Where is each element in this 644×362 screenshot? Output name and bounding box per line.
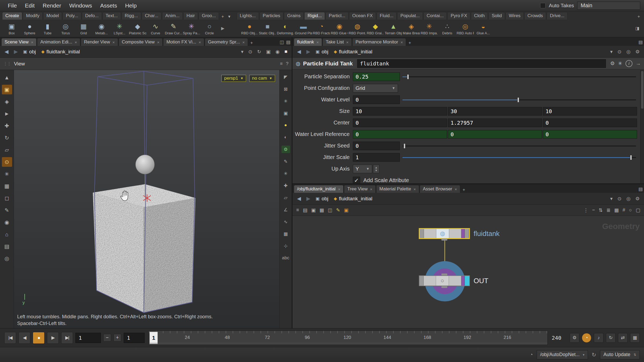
forward-arrow-icon[interactable]: ▶ <box>305 48 312 55</box>
shelf-tab[interactable]: Char... <box>142 12 162 20</box>
shelf-tab[interactable]: Cloth <box>471 12 488 20</box>
shelf-tab[interactable]: Defo... <box>82 12 102 20</box>
path-dropdown-icon[interactable]: ▾ <box>609 48 614 55</box>
layout-dots-icon[interactable]: ⋮ <box>583 207 588 213</box>
global-animation-icon[interactable]: ⇄ <box>618 333 628 343</box>
up-axis-spinner[interactable]: ▲▼ <box>373 165 379 173</box>
tool-make-breakable[interactable]: ◈ Make Break... <box>402 21 420 35</box>
shelf-add-tab-button[interactable]: + <box>219 14 226 20</box>
forward-arrow-icon[interactable]: ▶ <box>12 48 20 55</box>
shelf-tab[interactable]: Particles <box>259 12 283 20</box>
tool-circle[interactable]: ○ Circle <box>200 21 218 35</box>
tool-ground-plane[interactable]: ▬ Ground Pla... <box>294 21 312 35</box>
frame-decrement-button[interactable]: − <box>103 334 111 342</box>
flipbook-icon[interactable]: ▤ <box>2 242 12 251</box>
up-axis-dropdown[interactable]: Y▼ <box>353 165 372 173</box>
pin-icon[interactable]: ⊙ <box>616 48 623 55</box>
close-tab-icon[interactable]: × <box>401 40 403 45</box>
center-y-field[interactable]: 1.27957 <box>448 119 542 127</box>
shelf-tab[interactable]: Ocean FX <box>349 12 376 20</box>
breadcrumb-obj[interactable]: ▣ obj <box>314 48 330 55</box>
shelf-tab[interactable]: Drive... <box>547 12 568 20</box>
node-body-segment[interactable] <box>424 229 436 238</box>
tool-rbd-object[interactable]: ● RBD Obj... <box>240 21 258 35</box>
realtime-toggle-icon[interactable]: ◔ <box>582 333 591 343</box>
wrench-icon[interactable]: ⊹ <box>281 242 290 250</box>
collapse-icon[interactable]: − <box>592 207 595 213</box>
add-scale-attribute-checkbox[interactable]: ✓ <box>353 177 360 183</box>
menu-item[interactable]: Render <box>39 1 65 10</box>
pane-tab[interactable]: Tree View × <box>344 185 375 193</box>
scrollbar-thumb[interactable] <box>641 71 643 109</box>
reference-plane-icon[interactable]: ✳ <box>281 97 290 105</box>
close-tab-icon[interactable]: × <box>414 187 416 191</box>
pin-icon[interactable]: ⊙ <box>616 195 623 202</box>
recook-icon[interactable]: ↻ <box>592 352 596 358</box>
autodopnet-selector[interactable]: /obj/AutoDopNet... ▾ <box>537 350 588 359</box>
pane-tab[interactable]: Performance Monitor × <box>352 38 406 46</box>
pane-menu-icon[interactable]: ▤ <box>286 39 290 45</box>
viewport-3d[interactable]: persp1 ▼ no cam ▼ y <box>14 70 279 328</box>
size-y-field[interactable]: 30 <box>448 107 542 116</box>
align-lines-icon[interactable]: ≣ <box>606 207 610 213</box>
material-shading-icon[interactable]: ◐ <box>281 134 290 141</box>
shelf-tools-menu-icon[interactable]: ◨ <box>634 25 641 31</box>
select-geometry-icon[interactable]: ◈ <box>2 97 12 106</box>
params-scrollbar[interactable] <box>640 70 644 183</box>
node-flag-segment[interactable] <box>420 229 424 238</box>
auto-takes-checkbox[interactable] <box>540 3 546 8</box>
tool-lsystem[interactable]: ✳ LSyst... <box>111 21 129 35</box>
node-fluidtank[interactable]: ◍ fluidtank <box>419 228 500 239</box>
shelf-tab[interactable]: Pyro FX <box>447 12 470 20</box>
close-tab-icon[interactable]: × <box>31 40 33 45</box>
tool-metaball[interactable]: ◉ Metab... <box>93 21 111 35</box>
stop-button[interactable]: ■ <box>33 332 45 344</box>
misc-tool-icon[interactable]: ⌂ <box>2 230 12 239</box>
node-body-segment[interactable] <box>424 276 436 286</box>
tool-rbd-grain[interactable]: ◆ RBD Grai... <box>366 21 384 35</box>
view-tool-icon[interactable]: ▲ <box>2 73 12 82</box>
breadcrumb-node[interactable]: ◆ fluidtank_initial <box>332 195 374 202</box>
pane-menu-icon[interactable]: ▤ <box>638 39 643 45</box>
current-frame-field[interactable]: 1 <box>75 333 101 343</box>
select-mode-icon[interactable]: ▣ <box>2 85 12 94</box>
node-name-field[interactable]: fluidtank <box>357 59 606 68</box>
size-x-field[interactable]: 10 <box>353 107 447 116</box>
shelf-overflow-arrow-icon[interactable]: ▶ <box>221 26 224 31</box>
pane-tab[interactable]: Asset Browser × <box>420 185 460 193</box>
tool-rbd-auto-freeze[interactable]: ◎ RBD Auto F... <box>456 21 474 35</box>
tool-box[interactable]: ▣ Box <box>3 21 21 35</box>
close-tab-icon[interactable]: × <box>199 40 201 45</box>
menu-item[interactable]: Assets <box>96 1 121 10</box>
new-pane-tab-button[interactable]: + <box>248 40 255 46</box>
playback-options-icon[interactable]: ⚙ <box>570 333 579 343</box>
size-z-field[interactable]: 10 <box>543 107 637 116</box>
forward-arrow-icon[interactable]: ▶ <box>305 195 312 202</box>
shelf-tab[interactable]: Rigid... <box>304 12 325 20</box>
close-tab-icon[interactable]: × <box>346 40 349 45</box>
new-pane-tab-button[interactable]: + <box>461 187 467 193</box>
align-vertical-icon[interactable]: ⇅ <box>599 207 603 213</box>
tool-torus[interactable]: ◎ Torus <box>57 21 75 35</box>
snap-grid-icon[interactable]: ▦ <box>2 181 12 191</box>
close-tab-icon[interactable]: × <box>157 40 159 45</box>
shelf-tab[interactable]: Groo... <box>199 12 219 20</box>
back-arrow-icon[interactable]: ◀ <box>295 195 303 202</box>
particle-separation-slider[interactable] <box>402 72 637 81</box>
wlr-z-field[interactable]: 0 <box>543 130 637 139</box>
jitter-seed-field[interactable]: 0 <box>353 142 400 150</box>
shelf-tab[interactable]: Populat... <box>397 12 423 20</box>
handles-icon[interactable]: ⊙ <box>2 157 12 167</box>
tool-rbd-point[interactable]: ◍ RBD Point... <box>348 21 366 35</box>
jitter-scale-field[interactable]: 1 <box>353 153 400 162</box>
jump-arrow-icon[interactable]: → <box>636 61 641 67</box>
center-z-field[interactable]: 0 <box>543 119 637 127</box>
annotate-pencil-icon[interactable]: ✎ <box>336 207 340 213</box>
pane-tab[interactable]: Geometry Spr... × <box>205 38 248 46</box>
network-canvas[interactable]: Geometry ◍ fluidt <box>292 216 644 328</box>
tool-static-object[interactable]: ■ Static Obj... <box>258 21 276 35</box>
view-corner-icon[interactable]: ◤ <box>281 73 290 81</box>
tool-rbd-fracture[interactable]: ◔ RBD Fractu... <box>312 21 330 35</box>
pane-tab[interactable]: Render View × <box>81 38 118 46</box>
node-body-segment[interactable] <box>449 229 462 238</box>
